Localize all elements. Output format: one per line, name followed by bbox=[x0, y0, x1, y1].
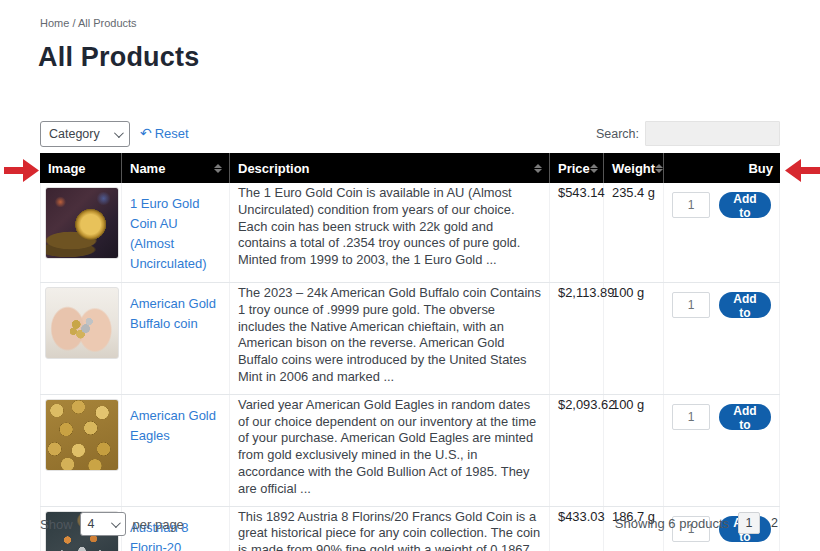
per-page-value: 4 bbox=[88, 517, 95, 531]
column-header-label: Name bbox=[130, 161, 165, 176]
table-footer: Show 4 per page Showing 6 products 1 2 bbox=[40, 510, 780, 538]
pagination-area: Showing 6 products 1 2 bbox=[615, 512, 780, 534]
per-page-control: Show 4 per page bbox=[40, 512, 184, 536]
column-header-image: Image bbox=[40, 153, 122, 183]
product-price: $2,093.62 bbox=[550, 395, 604, 506]
column-header-label: Price bbox=[558, 161, 590, 176]
column-header-weight[interactable]: Weight bbox=[604, 153, 664, 183]
sort-up-down-icon bbox=[534, 164, 542, 173]
all-products-page: Home / All Products All Products Categor… bbox=[0, 0, 820, 551]
add-to-cart-button[interactable]: Add to cart bbox=[719, 192, 771, 218]
product-weight: 100 g bbox=[604, 395, 664, 506]
per-page-label: per page bbox=[133, 517, 184, 532]
sort-up-down-icon bbox=[655, 164, 663, 173]
red-arrow-pointing-right-icon bbox=[4, 157, 40, 184]
product-image-cell bbox=[40, 183, 122, 282]
table-row: 1 Euro Gold Coin AU (Almost Uncirculated… bbox=[40, 183, 780, 283]
reset-link-label: Reset bbox=[155, 126, 189, 141]
add-to-cart-button[interactable]: Add to cart bbox=[719, 404, 771, 430]
category-filter-label: Category bbox=[49, 127, 100, 141]
column-header-label: Buy bbox=[748, 161, 773, 176]
column-header-label: Image bbox=[48, 161, 86, 176]
column-header-label: Description bbox=[238, 161, 310, 176]
product-price: $543.14 bbox=[550, 183, 604, 282]
product-description: The 1 Euro Gold Coin is available in AU … bbox=[230, 183, 550, 282]
sort-up-down-icon bbox=[214, 164, 222, 173]
product-weight: 235.4 g bbox=[604, 183, 664, 282]
quantity-input[interactable] bbox=[672, 192, 710, 218]
table-header-row: Image Name Description Price Weight Buy bbox=[40, 153, 780, 183]
table-row: American Gold Buffalo coin The 2023 – 24… bbox=[40, 283, 780, 395]
chevron-down-icon bbox=[110, 518, 120, 528]
column-header-buy: Buy bbox=[664, 153, 780, 183]
chevron-down-icon bbox=[114, 128, 124, 138]
undo-arrow-icon: ↶ bbox=[140, 125, 152, 141]
pagination-page-1[interactable]: 1 bbox=[738, 512, 760, 534]
reset-filters-link[interactable]: ↶Reset bbox=[140, 125, 189, 141]
table-toolbar: Category ↶Reset Search: bbox=[40, 121, 780, 148]
results-summary: Showing 6 products bbox=[615, 516, 729, 531]
show-label: Show bbox=[40, 517, 73, 532]
product-weight: 100 g bbox=[604, 283, 664, 394]
quantity-input[interactable] bbox=[672, 404, 710, 430]
per-page-select[interactable]: 4 bbox=[80, 512, 126, 536]
search-input[interactable] bbox=[645, 121, 780, 146]
product-description: The 2023 – 24k American Gold Buffalo coi… bbox=[230, 283, 550, 394]
breadcrumb: Home / All Products bbox=[40, 17, 137, 29]
product-image bbox=[45, 187, 119, 259]
product-name-link[interactable]: 1 Euro Gold Coin AU (Almost Uncirculated… bbox=[130, 192, 221, 274]
quantity-input[interactable] bbox=[672, 292, 710, 318]
pagination-page-2[interactable]: 2 bbox=[769, 516, 780, 530]
add-to-cart-button[interactable]: Add to cart bbox=[719, 292, 771, 318]
product-image bbox=[45, 399, 119, 471]
product-image-cell bbox=[40, 283, 122, 394]
product-image bbox=[45, 287, 119, 359]
red-arrow-pointing-left-icon bbox=[784, 157, 820, 184]
product-image-cell bbox=[40, 395, 122, 506]
product-price: $2,113.89 bbox=[550, 283, 604, 394]
buy-cell: Add to cart bbox=[664, 395, 780, 506]
category-filter-select[interactable]: Category bbox=[40, 121, 130, 147]
search-label: Search: bbox=[596, 127, 639, 141]
product-name-cell: 1 Euro Gold Coin AU (Almost Uncirculated… bbox=[122, 183, 230, 282]
column-header-name[interactable]: Name bbox=[122, 153, 230, 183]
product-name-cell: American Gold Buffalo coin bbox=[122, 283, 230, 394]
buy-cell: Add to cart bbox=[664, 283, 780, 394]
column-header-label: Weight bbox=[612, 161, 655, 176]
buy-cell: Add to cart bbox=[664, 183, 780, 282]
products-table: Image Name Description Price Weight Buy bbox=[40, 153, 780, 551]
page-title: All Products bbox=[38, 42, 199, 73]
column-header-price[interactable]: Price bbox=[550, 153, 604, 183]
product-name-cell: American Gold Eagles bbox=[122, 395, 230, 506]
product-name-link[interactable]: American Gold Buffalo coin bbox=[130, 292, 221, 334]
search-area: Search: bbox=[596, 121, 780, 146]
sort-up-down-icon bbox=[590, 164, 598, 173]
product-name-link[interactable]: American Gold Eagles bbox=[130, 404, 221, 446]
table-row: American Gold Eagles Varied year America… bbox=[40, 395, 780, 507]
column-header-description[interactable]: Description bbox=[230, 153, 550, 183]
product-description: Varied year American Gold Eagles in rand… bbox=[230, 395, 550, 506]
